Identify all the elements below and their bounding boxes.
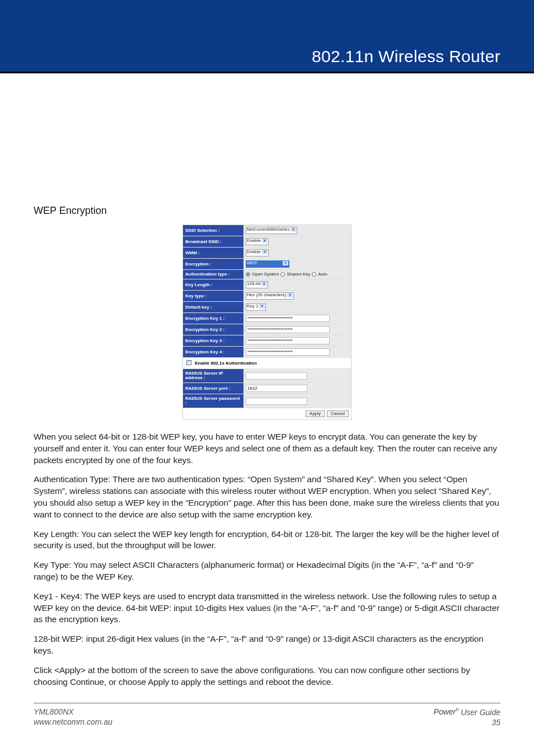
radio-auto[interactable]: [312, 272, 316, 277]
label-wmm: WMM :: [183, 248, 243, 258]
header-underline: [0, 72, 534, 73]
row-key4: Encryption Key 4 :: [183, 347, 351, 358]
input-key3[interactable]: [246, 337, 330, 344]
checkbox-enable-8021x[interactable]: [186, 360, 191, 365]
input-key2[interactable]: [246, 326, 330, 333]
label-key1: Encryption Key 1 :: [183, 313, 243, 324]
input-radius-port[interactable]: [246, 385, 307, 392]
label-enable-8021x: Enable 802.1x Authentication: [194, 358, 259, 368]
footer-url: www.netcomm.com.au: [34, 717, 113, 727]
para-128bit-wep: 128-bit WEP: input 26-digit Hex values (…: [34, 633, 500, 657]
row-radius-port: RADIUS Server port :: [183, 383, 351, 394]
radio-shared-key-label: Shared Key: [287, 272, 310, 277]
row-enable-8021x: Enable 802.1x Authentication: [183, 358, 351, 369]
label-auth-type: Authentication type :: [183, 270, 243, 279]
apply-button[interactable]: Apply: [306, 410, 325, 417]
cancel-button[interactable]: Cancel: [327, 410, 349, 417]
row-key1: Encryption Key 1 :: [183, 313, 351, 324]
footer-guide-label: User Guide: [458, 707, 500, 716]
row-key-length: Key Length : 128-bit▾: [183, 279, 351, 291]
para-key-type: Key Type: You may select ASCII Character…: [34, 559, 500, 583]
radio-open-system-label: Open System: [252, 272, 279, 277]
label-encryption: Encryption :: [183, 259, 243, 269]
label-default-key: Default key :: [183, 302, 243, 312]
row-broadcast-ssid: Broadcast SSID : Enable▾: [183, 236, 351, 248]
label-key2: Encryption Key 2 :: [183, 324, 243, 335]
row-radius-ip: RADIUS Server IP address :: [183, 369, 351, 383]
select-broadcast-ssid[interactable]: Enable▾: [246, 238, 269, 245]
label-radius-password: RADIUS Server password :: [183, 394, 243, 408]
label-key4: Encryption Key 4 :: [183, 347, 243, 357]
page-footer: YML800NX www.netcomm.com.au Powern User …: [34, 703, 500, 728]
input-key4[interactable]: [246, 348, 330, 356]
header-title: 802.11n Wireless Router: [312, 47, 500, 66]
select-default-key[interactable]: Key 1▾: [246, 304, 266, 311]
radio-open-system[interactable]: [246, 272, 250, 277]
body-text: When you select 64-bit or 128-bit WEP ke…: [34, 431, 500, 688]
label-key-length: Key Length :: [183, 279, 243, 290]
row-encryption: Encryption : WEP▾: [183, 259, 351, 270]
row-default-key: Default key : Key 1▾: [183, 302, 351, 313]
select-key-type[interactable]: Hex (26 characters)▾: [246, 292, 294, 300]
row-radius-password: RADIUS Server password :: [183, 394, 351, 408]
para-auth-type: Authentication Type: There are two authe…: [34, 474, 500, 520]
config-screenshot: SSID Selection : NetComm800nSeries▾ Broa…: [182, 225, 352, 420]
footer-page-number: 35: [434, 717, 500, 728]
row-key3: Encryption Key 3 :: [183, 335, 351, 347]
row-key-type: Key type : Hex (26 characters)▾: [183, 291, 351, 302]
select-encryption[interactable]: WEP▾: [246, 260, 289, 268]
input-radius-password[interactable]: [246, 398, 307, 405]
footer-brand: Powern: [434, 707, 459, 716]
label-radius-ip: RADIUS Server IP address :: [183, 369, 243, 382]
label-broadcast-ssid: Broadcast SSID :: [183, 236, 243, 247]
label-key3: Encryption Key 3 :: [183, 335, 243, 346]
select-ssid[interactable]: NetComm800nSeries▾: [246, 227, 297, 234]
select-wmm[interactable]: Enable▾: [246, 249, 269, 256]
para-key1-key4: Key1 - Key4: The WEP keys are used to en…: [34, 591, 500, 626]
radio-auto-label: Auto: [318, 272, 327, 277]
select-key-length[interactable]: 128-bit▾: [246, 281, 268, 288]
radio-shared-key[interactable]: [280, 272, 285, 277]
section-heading: WEP Encryption: [34, 205, 500, 217]
input-radius-ip[interactable]: [246, 372, 307, 380]
row-auth-type: Authentication type : Open System Shared…: [183, 270, 351, 279]
label-key-type: Key type :: [183, 291, 243, 301]
label-radius-port: RADIUS Server port :: [183, 383, 243, 394]
row-key2: Encryption Key 2 :: [183, 324, 351, 335]
para-intro: When you select 64-bit or 128-bit WEP ke…: [34, 431, 500, 466]
label-ssid-selection: SSID Selection :: [183, 225, 243, 236]
page-header: 802.11n Wireless Router: [0, 0, 534, 72]
para-apply: Click <Apply> at the bottom of the scree…: [34, 665, 500, 688]
footer-model: YML800NX: [34, 707, 113, 717]
input-key1[interactable]: [246, 315, 330, 322]
para-key-length: Key Length: You can select the WEP key l…: [34, 529, 500, 552]
row-wmm: WMM : Enable▾: [183, 248, 351, 259]
row-ssid-selection: SSID Selection : NetComm800nSeries▾: [183, 225, 351, 236]
